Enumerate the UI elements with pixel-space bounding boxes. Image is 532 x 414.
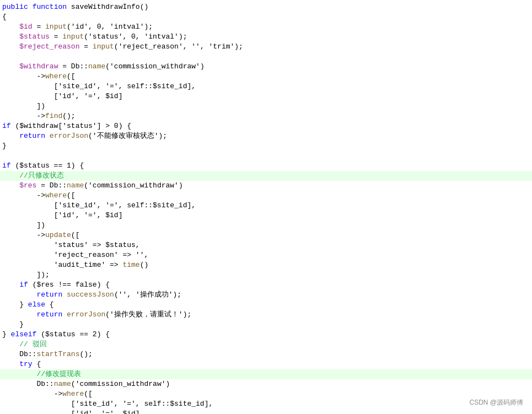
token-plain: saveWithdrawInfo() [67, 3, 148, 11]
token-plain: ('id', 0, 'intval'); [67, 23, 153, 31]
code-line: 'status' => $status, [0, 240, 532, 250]
token-plain: -> [54, 390, 63, 398]
token-plain: ($res !== false) { [28, 281, 110, 289]
code-line: ]) [0, 101, 532, 111]
code-line [0, 151, 532, 161]
token-plain: ($withdraw['status'] > 0) { [11, 122, 131, 130]
code-line: ->find(); [0, 111, 532, 121]
token-var: $reject_reason [19, 42, 79, 51]
token-var: $withdraw [19, 62, 58, 71]
token-plain: Db:: [36, 380, 53, 388]
token-plain: ('操作失败，请重试！'); [105, 310, 191, 319]
code-line: } else { [0, 300, 532, 310]
code-line: ['id', '=', $id] [0, 409, 532, 414]
code-line [0, 52, 532, 62]
token-plain: } [2, 330, 11, 338]
code-line: } [0, 320, 532, 330]
code-line: ->where([ [0, 389, 532, 399]
token-kw: return [36, 291, 62, 299]
code-line: ['site_id', '=', self::$site_id], [0, 399, 532, 409]
token-plain: () [140, 261, 149, 269]
code-line: // 驳回 [0, 340, 532, 350]
token-plain: ['site_id', '=', self::$site_id], [54, 201, 196, 209]
token-plain: ([ [84, 390, 93, 398]
code-line: $res = Db::name('commission_withdraw') [0, 181, 532, 191]
token-plain: { [2, 13, 7, 21]
token-plain: ('commission_withdraw') [71, 380, 170, 388]
code-line: public function saveWithdrawInfo() [0, 2, 532, 12]
code-line: } elseif ($status == 2) { [0, 330, 532, 340]
code-line: { [0, 12, 532, 22]
code-line: if ($withdraw['status'] > 0) { [0, 121, 532, 131]
code-line: $id = input('id', 0, 'intval'); [0, 22, 532, 32]
code-line: return successJson('', '操作成功'); [0, 290, 532, 300]
token-cm: //只修改状态 [19, 171, 64, 180]
code-line: Db::name('commission_withdraw') [0, 379, 532, 389]
code-container: public function saveWithdrawInfo(){ $id … [0, 0, 532, 414]
code-line: ['site_id', '=', self::$site_id], [0, 82, 532, 92]
code-line: ->where([ [0, 72, 532, 82]
token-plain: = [79, 42, 92, 51]
token-plain: Db:: [19, 350, 36, 358]
code-line: //修改提现表 [0, 369, 532, 379]
code-line: if ($res !== false) { [0, 280, 532, 290]
code-line: $reject_reason = input('reject_reason', … [0, 42, 532, 52]
token-plain: ['id', '=', $id] [54, 92, 123, 100]
token-plain: ('commission_withdraw') [84, 181, 182, 190]
code-line: ->update([ [0, 230, 532, 240]
code-line: if ($status == 1) { [0, 161, 532, 171]
token-kw: if [19, 281, 28, 289]
token-plain: (); [62, 112, 75, 120]
code-line: return errorJson('不能修改审核状态'); [0, 131, 532, 141]
token-kw: public [2, 3, 28, 11]
token-fn: errorJson [50, 132, 88, 140]
token-plain: ('commission_withdraw') [105, 62, 204, 71]
token-var: $res [19, 181, 36, 190]
token-kw: return [36, 310, 62, 319]
code-line: 'reject_reason' => '', [0, 250, 532, 260]
token-plain: ('reject_reason', '', 'trim'); [114, 42, 243, 51]
token-plain: -> [36, 191, 45, 200]
token-fn: find [45, 112, 62, 120]
token-kw: if [2, 162, 11, 170]
code-line: ]) [0, 221, 532, 230]
token-plain: ]) [36, 102, 45, 110]
code-line: //只修改状态 [0, 171, 532, 181]
token-fn: input [93, 42, 114, 51]
token-plain: ($status == 1) { [11, 162, 84, 170]
token-fn: errorJson [67, 310, 105, 319]
token-fn: successJson [67, 291, 114, 299]
token-plain: ['site_id', '=', self::$site_id], [71, 400, 213, 408]
token-fn: startTrans [36, 350, 79, 358]
code-line: 'audit_time' => time() [0, 260, 532, 270]
code-line: Db::startTrans(); [0, 350, 532, 359]
code-line: ['site_id', '=', self::$site_id], [0, 201, 532, 211]
token-plain: 'status' => $status, [54, 241, 140, 249]
code-line: ['id', '=', $id] [0, 211, 532, 221]
token-plain: 'audit_time' => [54, 261, 123, 269]
token-fn: input [62, 33, 84, 41]
code-line: $withdraw = Db::name('commission_withdra… [0, 62, 532, 72]
token-var: $id [19, 23, 32, 31]
token-var: $status [19, 33, 50, 41]
token-plain: -> [36, 72, 45, 80]
token-cm: //修改提现表 [36, 370, 81, 378]
token-plain: ['id', '=', $id] [71, 410, 140, 414]
token-plain: -> [36, 231, 45, 239]
token-plain: ([ [71, 231, 80, 239]
token-kw: if [2, 122, 11, 130]
token-fn: time [122, 261, 139, 269]
token-kw: else [28, 300, 45, 309]
token-plain: ([ [67, 72, 76, 80]
token-plain: { [33, 360, 41, 368]
code-line: ->where([ [0, 191, 532, 201]
token-plain: ['id', '=', $id] [54, 211, 123, 219]
token-plain: } [19, 320, 24, 329]
token-plain [28, 3, 33, 11]
token-plain: ([ [67, 191, 76, 200]
token-plain: ]) [36, 221, 45, 229]
token-plain: } [2, 142, 7, 150]
token-plain: = Db:: [58, 62, 88, 71]
token-kw: return [19, 132, 45, 140]
token-plain: -> [36, 112, 45, 120]
